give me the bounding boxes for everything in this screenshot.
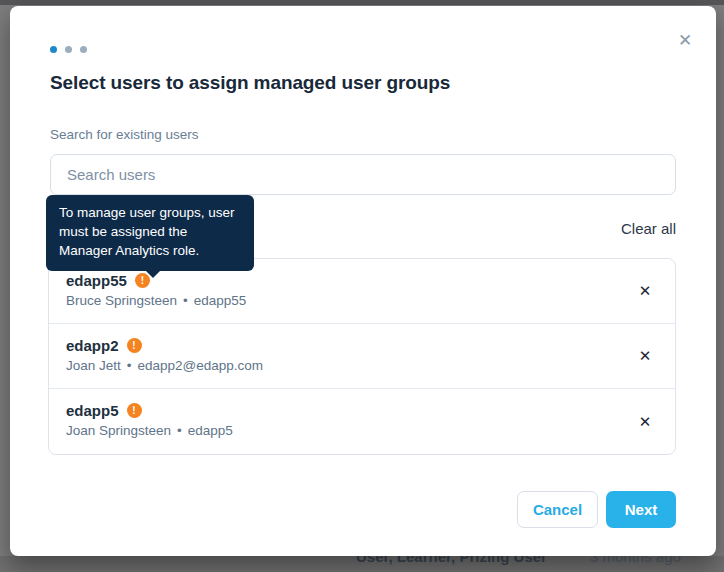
warning-icon[interactable]: ! [127,403,142,418]
user-username: edapp55 [66,272,127,289]
user-detail: edapp5 [188,423,233,438]
step-indicator [50,46,87,53]
bullet-separator: • [127,358,132,373]
user-subtitle: Joan Jett•edapp2@edapp.com [66,358,615,373]
manager-analytics-tooltip: To manage user groups, user must be assi… [46,195,254,271]
user-subtitle: Bruce Springsteen•edapp55 [66,293,615,308]
selected-users-list: edapp55 ! Bruce Springsteen•edapp55 ✕ ed… [48,258,676,455]
bullet-separator: • [177,423,182,438]
user-fullname: Bruce Springsteen [66,293,177,308]
backdrop-top-strip [0,0,724,5]
footer-actions: Cancel Next [517,491,676,528]
step-dot-1-active [50,46,57,53]
next-button[interactable]: Next [606,491,676,528]
user-username: edapp2 [66,337,119,354]
remove-user-icon[interactable]: ✕ [631,342,659,370]
user-list-item: edapp5 ! Joan Springsteen•edapp5 ✕ [49,389,675,454]
search-input[interactable] [50,154,676,195]
step-dot-2 [65,46,72,53]
user-name-line: edapp2 ! [66,337,615,354]
user-detail: edapp2@edapp.com [138,358,264,373]
user-detail: edapp55 [194,293,247,308]
user-subtitle: Joan Springsteen•edapp5 [66,423,615,438]
step-dot-3 [80,46,87,53]
user-fullname: Joan Springsteen [66,423,171,438]
user-name-line: edapp5 ! [66,402,615,419]
remove-user-icon[interactable]: ✕ [631,277,659,305]
search-label: Search for existing users [50,127,199,142]
assign-user-groups-modal: ✕ Select users to assign managed user gr… [10,6,716,556]
warning-icon[interactable]: ! [127,338,142,353]
user-username: edapp5 [66,402,119,419]
user-fullname: Joan Jett [66,358,121,373]
user-list-item: edapp2 ! Joan Jett•edapp2@edapp.com ✕ [49,324,675,389]
cancel-button[interactable]: Cancel [517,491,598,528]
close-icon[interactable]: ✕ [672,28,698,54]
bullet-separator: • [183,293,188,308]
clear-all-link[interactable]: Clear all [621,220,676,237]
page-title: Select users to assign managed user grou… [50,72,450,94]
remove-user-icon[interactable]: ✕ [631,408,659,436]
